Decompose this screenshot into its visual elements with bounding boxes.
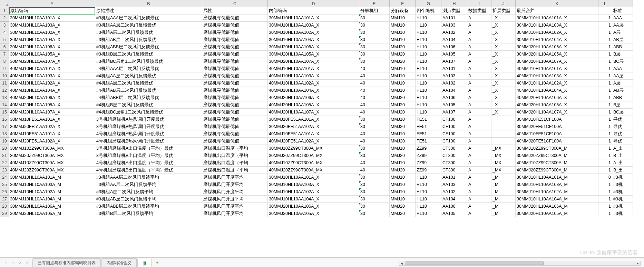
cell[interactable]: 30 <box>359 29 390 36</box>
row-number[interactable]: 9 <box>0 65 9 72</box>
cell[interactable]: 30 <box>359 116 390 123</box>
cell[interactable]: AA层 <box>612 72 633 80</box>
cell[interactable]: 40MMJ10FE51AA101A_X <box>9 130 95 138</box>
cell[interactable]: 1 <box>598 203 612 210</box>
cell[interactable]: 内部编码 <box>268 7 359 14</box>
cell[interactable]: 寻优 <box>612 116 633 123</box>
cell[interactable]: HL10 <box>416 87 441 94</box>
cell[interactable]: 40MMJ10FE51CF100A <box>516 130 598 138</box>
cell[interactable]: AAA <box>612 65 633 72</box>
cell[interactable]: 30MMJ20HL10AA106A_M <box>9 203 95 210</box>
cell[interactable]: 测点类型 <box>441 7 467 14</box>
cell[interactable]: 30MMJ20HL10AA106A_M <box>516 203 598 210</box>
cell[interactable]: 30MMJ20HL10AA105A_X <box>516 51 598 58</box>
cell[interactable]: 0 <box>598 174 612 181</box>
cell[interactable]: 寻优 <box>612 138 633 145</box>
cell[interactable]: AA107 <box>441 58 467 65</box>
cell[interactable]: MMJ10 <box>390 72 416 80</box>
cell[interactable]: 磨煤机寻优最优值 <box>202 101 268 109</box>
cell[interactable]: 30MMJ20ZZ99CT300A_M <box>516 152 598 159</box>
cell[interactable]: 30MMJ10HL10AA104A_X <box>9 36 95 43</box>
cell[interactable]: 磨煤机寻优最优值 <box>202 130 268 138</box>
cell[interactable]: #3机组AAA层二次风门反馈最优 <box>95 14 202 22</box>
cell[interactable]: BC层 <box>612 109 633 116</box>
row-number[interactable]: 17 <box>0 123 9 130</box>
cell[interactable]: MMJ10 <box>390 14 416 22</box>
cell[interactable]: 4号机组磨煤机B热风调门开度最优 <box>95 138 202 145</box>
cell[interactable]: 40MMJ10ZZ99CT300A_M <box>516 159 598 167</box>
cell[interactable]: 40MMJ10HL10AA104A_X <box>268 87 359 94</box>
cell[interactable]: 40 <box>359 94 390 101</box>
cell[interactable]: 40 <box>359 65 390 72</box>
cell[interactable]: _X <box>491 94 516 101</box>
cell[interactable]: _X <box>491 58 516 65</box>
col-header-E[interactable]: E <box>359 0 390 7</box>
cell[interactable]: #3机组BC层角1二次风门反馈最优 <box>95 58 202 65</box>
cell[interactable]: HL10 <box>416 29 441 36</box>
cell[interactable]: A <box>467 72 491 80</box>
row-number[interactable]: 19 <box>0 138 9 145</box>
cell[interactable]: 分解机组 <box>359 7 390 14</box>
cell[interactable]: AA107 <box>441 109 467 116</box>
cell[interactable]: 四个随机 <box>416 7 441 14</box>
col-header-I[interactable]: I <box>467 0 491 7</box>
cell[interactable]: 40MMJ20FE51AA102A_X <box>268 138 359 145</box>
cell[interactable]: BC层 <box>612 58 633 65</box>
cell[interactable]: AA103 <box>441 181 467 188</box>
row-number[interactable]: 13 <box>0 94 9 101</box>
cell[interactable]: AA101 <box>441 174 467 181</box>
cell[interactable]: 40MMJ10HL10AA101A_X <box>516 65 598 72</box>
cell[interactable]: 40MMJ20HL10AA106A_X <box>516 94 598 101</box>
select-all-corner[interactable] <box>0 0 9 7</box>
cell[interactable]: 1 <box>598 51 612 58</box>
cell[interactable]: CF100 <box>441 123 467 130</box>
cell[interactable]: 30MMJ10HL10AA104A_M <box>516 196 598 203</box>
cell[interactable]: 30MMJ10FE51AA101A_X <box>9 116 95 123</box>
cell[interactable]: 30MMJ10HL10AA103A_X <box>268 22 359 29</box>
cell[interactable]: 40MMJ10HL10AA101A_X <box>268 65 359 72</box>
cell[interactable]: 30MMJ20HL10AA105A_M <box>9 210 95 217</box>
cell[interactable]: AA102 <box>441 80 467 87</box>
cell[interactable]: #3机组ABB层二次风门反馈平均 <box>95 203 202 210</box>
cell[interactable]: _MX <box>491 159 516 167</box>
cell[interactable]: 1 <box>598 138 612 145</box>
cell[interactable]: AA104 <box>441 36 467 43</box>
cell[interactable]: A <box>467 130 491 138</box>
cell[interactable]: AA106 <box>441 94 467 101</box>
cell[interactable]: 4号机组磨煤机A热风调门开度最优 <box>95 130 202 138</box>
cell[interactable]: 1 <box>598 80 612 87</box>
col-header-H[interactable]: H <box>441 0 467 7</box>
cell[interactable]: 磨煤机寻优最优值 <box>202 116 268 123</box>
cell[interactable]: 属性 <box>202 7 268 14</box>
row-number[interactable]: 2 <box>0 14 9 22</box>
cell[interactable]: HL10 <box>416 101 441 109</box>
cell[interactable]: 30 <box>359 22 390 29</box>
cell[interactable]: HL10 <box>416 72 441 80</box>
cell[interactable]: MMJ20 <box>390 123 416 130</box>
cell[interactable]: 1 <box>598 130 612 138</box>
cell[interactable]: 40 <box>359 159 390 167</box>
row-number[interactable]: 7 <box>0 51 9 58</box>
sheet-tab-active[interactable]: ljf <box>137 259 152 267</box>
cell[interactable]: 磨煤机寻优最优值 <box>202 51 268 58</box>
row-number[interactable]: 15 <box>0 109 9 116</box>
cell[interactable]: _M <box>491 181 516 188</box>
cell[interactable]: _X <box>491 65 516 72</box>
cell[interactable]: #3机 <box>612 210 633 217</box>
cell[interactable] <box>491 116 516 123</box>
cell[interactable]: MMJ10 <box>390 36 416 43</box>
cell[interactable]: 磨煤机寻优最优值 <box>202 94 268 101</box>
col-header-K[interactable]: K <box>516 0 598 7</box>
cell[interactable]: #3机组AB层二次风门反馈最优 <box>95 36 202 43</box>
cell[interactable]: _X <box>491 14 516 22</box>
cell[interactable]: 1 <box>598 188 612 196</box>
cell[interactable]: 30MMJ10HL10AA104A_X <box>268 36 359 43</box>
cell[interactable]: 30MMJ10ZZ99CT300A_MX <box>9 145 95 152</box>
cell[interactable]: 30MMJ20FE51AA102A_X <box>9 123 95 130</box>
cell[interactable]: MMJ20 <box>390 51 416 58</box>
cell[interactable]: 40MMJ20HL10AA105A_X <box>516 101 598 109</box>
row-number[interactable]: 20 <box>0 145 9 152</box>
cell[interactable]: _X <box>491 22 516 29</box>
cell[interactable]: 1 <box>598 210 612 217</box>
cell[interactable]: A <box>467 167 491 174</box>
